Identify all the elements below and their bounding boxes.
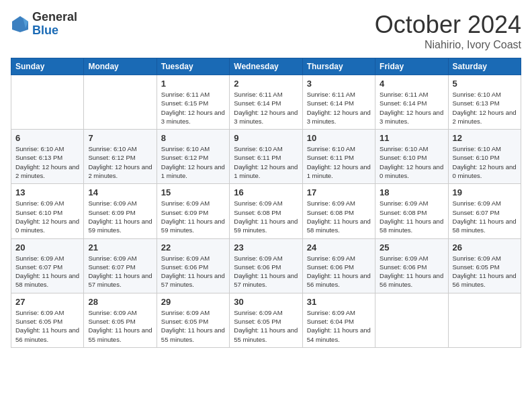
day-of-week-header: Sunday xyxy=(11,58,84,75)
calendar-day-cell: 5Sunrise: 6:10 AM Sunset: 6:13 PM Daylig… xyxy=(448,75,521,130)
day-info-text: Sunrise: 6:09 AM Sunset: 6:05 PM Dayligh… xyxy=(15,308,79,344)
day-number: 2 xyxy=(234,79,298,89)
calendar-day-cell xyxy=(375,293,448,347)
day-info-text: Sunrise: 6:09 AM Sunset: 6:09 PM Dayligh… xyxy=(88,199,152,234)
calendar-day-cell: 18Sunrise: 6:09 AM Sunset: 6:08 PM Dayli… xyxy=(375,184,448,238)
calendar-day-cell: 7Sunrise: 6:10 AM Sunset: 6:12 PM Daylig… xyxy=(84,130,157,184)
calendar-day-cell: 30Sunrise: 6:09 AM Sunset: 6:05 PM Dayli… xyxy=(230,293,302,347)
day-info-text: Sunrise: 6:10 AM Sunset: 6:10 PM Dayligh… xyxy=(453,144,517,180)
day-number: 17 xyxy=(307,187,371,197)
day-number: 11 xyxy=(380,133,443,143)
day-info-text: Sunrise: 6:09 AM Sunset: 6:06 PM Dayligh… xyxy=(234,254,298,289)
calendar-day-cell: 23Sunrise: 6:09 AM Sunset: 6:06 PM Dayli… xyxy=(230,238,302,293)
day-number: 7 xyxy=(88,133,152,143)
calendar-day-cell: 12Sunrise: 6:10 AM Sunset: 6:10 PM Dayli… xyxy=(448,130,521,184)
day-number: 3 xyxy=(307,79,371,89)
day-number: 19 xyxy=(453,187,517,197)
day-of-week-header: Saturday xyxy=(448,58,521,75)
day-number: 26 xyxy=(453,242,517,253)
calendar-day-cell: 6Sunrise: 6:10 AM Sunset: 6:13 PM Daylig… xyxy=(11,130,84,184)
day-number: 15 xyxy=(161,187,225,197)
calendar-day-cell: 10Sunrise: 6:10 AM Sunset: 6:11 PM Dayli… xyxy=(302,130,375,184)
day-number: 31 xyxy=(307,297,371,307)
day-info-text: Sunrise: 6:09 AM Sunset: 6:08 PM Dayligh… xyxy=(380,199,443,234)
day-info-text: Sunrise: 6:09 AM Sunset: 6:07 PM Dayligh… xyxy=(453,199,517,234)
logo-text: General Blue xyxy=(32,11,77,38)
day-of-week-header: Tuesday xyxy=(157,58,229,75)
day-info-text: Sunrise: 6:09 AM Sunset: 6:08 PM Dayligh… xyxy=(234,199,298,234)
calendar-day-cell: 31Sunrise: 6:09 AM Sunset: 6:04 PM Dayli… xyxy=(302,293,375,347)
day-info-text: Sunrise: 6:10 AM Sunset: 6:10 PM Dayligh… xyxy=(380,144,443,180)
calendar-day-cell xyxy=(11,75,84,130)
month-year-title: October 2024 xyxy=(375,11,521,39)
calendar-week-row: 6Sunrise: 6:10 AM Sunset: 6:13 PM Daylig… xyxy=(11,130,521,184)
calendar-day-cell: 25Sunrise: 6:09 AM Sunset: 6:06 PM Dayli… xyxy=(375,238,448,293)
day-number: 14 xyxy=(88,187,152,197)
calendar-day-cell: 26Sunrise: 6:09 AM Sunset: 6:05 PM Dayli… xyxy=(448,238,521,293)
calendar-day-cell: 19Sunrise: 6:09 AM Sunset: 6:07 PM Dayli… xyxy=(448,184,521,238)
calendar-week-row: 1Sunrise: 6:11 AM Sunset: 6:15 PM Daylig… xyxy=(11,75,521,130)
calendar-day-cell xyxy=(84,75,157,130)
calendar-day-cell xyxy=(448,293,521,347)
logo-blue-label: Blue xyxy=(32,24,77,38)
day-info-text: Sunrise: 6:09 AM Sunset: 6:06 PM Dayligh… xyxy=(307,254,371,289)
calendar-day-cell: 14Sunrise: 6:09 AM Sunset: 6:09 PM Dayli… xyxy=(84,184,157,238)
calendar-day-cell: 17Sunrise: 6:09 AM Sunset: 6:08 PM Dayli… xyxy=(302,184,375,238)
day-info-text: Sunrise: 6:10 AM Sunset: 6:11 PM Dayligh… xyxy=(307,144,371,180)
calendar-week-row: 27Sunrise: 6:09 AM Sunset: 6:05 PM Dayli… xyxy=(11,293,521,347)
calendar-day-cell: 13Sunrise: 6:09 AM Sunset: 6:10 PM Dayli… xyxy=(11,184,84,238)
day-of-week-header: Thursday xyxy=(302,58,375,75)
calendar-day-cell: 16Sunrise: 6:09 AM Sunset: 6:08 PM Dayli… xyxy=(230,184,302,238)
calendar-day-cell: 8Sunrise: 6:10 AM Sunset: 6:12 PM Daylig… xyxy=(157,130,229,184)
day-number: 16 xyxy=(234,187,298,197)
day-number: 27 xyxy=(15,297,79,307)
calendar-day-cell: 20Sunrise: 6:09 AM Sunset: 6:07 PM Dayli… xyxy=(11,238,84,293)
page-header: General Blue October 2024 Niahirio, Ivor… xyxy=(11,11,521,51)
day-info-text: Sunrise: 6:09 AM Sunset: 6:09 PM Dayligh… xyxy=(161,199,225,234)
day-number: 30 xyxy=(234,297,298,307)
day-of-week-header: Wednesday xyxy=(230,58,302,75)
day-number: 13 xyxy=(15,187,79,197)
day-info-text: Sunrise: 6:09 AM Sunset: 6:05 PM Dayligh… xyxy=(234,308,298,344)
day-of-week-header: Friday xyxy=(375,58,448,75)
calendar-day-cell: 2Sunrise: 6:11 AM Sunset: 6:14 PM Daylig… xyxy=(230,75,302,130)
day-number: 28 xyxy=(88,297,152,307)
logo: General Blue xyxy=(11,11,77,38)
day-info-text: Sunrise: 6:10 AM Sunset: 6:13 PM Dayligh… xyxy=(453,90,517,126)
day-of-week-header: Monday xyxy=(84,58,157,75)
calendar-week-row: 20Sunrise: 6:09 AM Sunset: 6:07 PM Dayli… xyxy=(11,238,521,293)
day-info-text: Sunrise: 6:11 AM Sunset: 6:14 PM Dayligh… xyxy=(307,90,371,126)
day-number: 9 xyxy=(234,133,298,143)
calendar-day-cell: 27Sunrise: 6:09 AM Sunset: 6:05 PM Dayli… xyxy=(11,293,84,347)
calendar-day-cell: 15Sunrise: 6:09 AM Sunset: 6:09 PM Dayli… xyxy=(157,184,229,238)
day-number: 20 xyxy=(15,242,79,253)
calendar-day-cell: 22Sunrise: 6:09 AM Sunset: 6:06 PM Dayli… xyxy=(157,238,229,293)
calendar-table: SundayMondayTuesdayWednesdayThursdayFrid… xyxy=(11,58,521,348)
calendar-day-cell: 24Sunrise: 6:09 AM Sunset: 6:06 PM Dayli… xyxy=(302,238,375,293)
day-info-text: Sunrise: 6:11 AM Sunset: 6:14 PM Dayligh… xyxy=(380,90,443,126)
day-number: 18 xyxy=(380,187,443,197)
calendar-day-cell: 9Sunrise: 6:10 AM Sunset: 6:11 PM Daylig… xyxy=(230,130,302,184)
title-block: October 2024 Niahirio, Ivory Coast xyxy=(375,11,521,51)
day-number: 24 xyxy=(307,242,371,253)
calendar-day-cell: 29Sunrise: 6:09 AM Sunset: 6:05 PM Dayli… xyxy=(157,293,229,347)
calendar-header-row: SundayMondayTuesdayWednesdayThursdayFrid… xyxy=(11,58,521,75)
calendar-day-cell: 11Sunrise: 6:10 AM Sunset: 6:10 PM Dayli… xyxy=(375,130,448,184)
day-info-text: Sunrise: 6:09 AM Sunset: 6:05 PM Dayligh… xyxy=(88,308,152,344)
calendar-day-cell: 21Sunrise: 6:09 AM Sunset: 6:07 PM Dayli… xyxy=(84,238,157,293)
calendar-day-cell: 28Sunrise: 6:09 AM Sunset: 6:05 PM Dayli… xyxy=(84,293,157,347)
day-info-text: Sunrise: 6:11 AM Sunset: 6:14 PM Dayligh… xyxy=(234,90,298,126)
day-number: 8 xyxy=(161,133,225,143)
day-number: 23 xyxy=(234,242,298,253)
day-number: 21 xyxy=(88,242,152,253)
calendar-day-cell: 3Sunrise: 6:11 AM Sunset: 6:14 PM Daylig… xyxy=(302,75,375,130)
day-info-text: Sunrise: 6:10 AM Sunset: 6:13 PM Dayligh… xyxy=(15,144,79,180)
day-info-text: Sunrise: 6:09 AM Sunset: 6:06 PM Dayligh… xyxy=(380,254,443,289)
calendar-day-cell: 1Sunrise: 6:11 AM Sunset: 6:15 PM Daylig… xyxy=(157,75,229,130)
day-number: 5 xyxy=(453,79,517,89)
day-info-text: Sunrise: 6:10 AM Sunset: 6:12 PM Dayligh… xyxy=(88,144,152,180)
day-number: 4 xyxy=(380,79,443,89)
calendar-day-cell: 4Sunrise: 6:11 AM Sunset: 6:14 PM Daylig… xyxy=(375,75,448,130)
day-info-text: Sunrise: 6:10 AM Sunset: 6:12 PM Dayligh… xyxy=(161,144,225,180)
day-info-text: Sunrise: 6:09 AM Sunset: 6:08 PM Dayligh… xyxy=(307,199,371,234)
